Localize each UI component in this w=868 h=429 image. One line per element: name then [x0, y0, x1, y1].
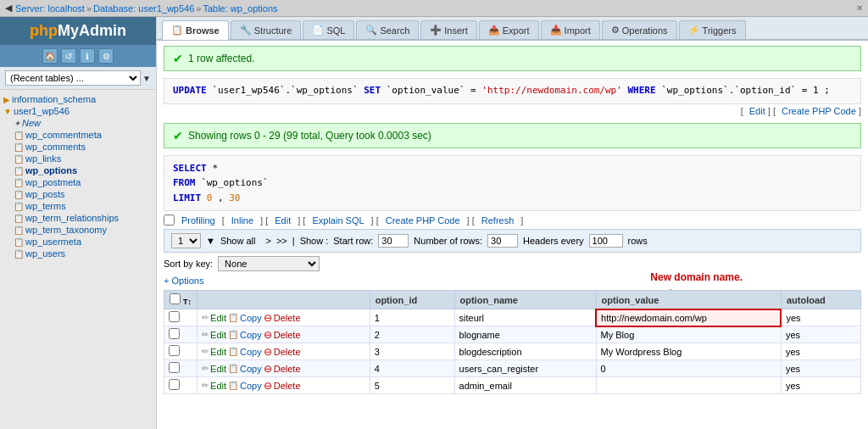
- wp-links-link[interactable]: wp_links: [25, 153, 61, 164]
- wp-usermeta-link[interactable]: wp_usermeta: [25, 237, 81, 247]
- data-table: T↕ option_id option_name op: [164, 290, 861, 394]
- tab-search[interactable]: 🔍 Search: [356, 20, 419, 39]
- wp-postmeta-link[interactable]: wp_postmeta: [25, 177, 81, 187]
- table-icon: 📋: [14, 178, 24, 187]
- sql-edit-link[interactable]: Edit: [749, 106, 765, 116]
- th-option-id[interactable]: option_id: [370, 291, 454, 309]
- row-checkbox[interactable]: [169, 328, 180, 339]
- show-all-link[interactable]: Show all: [220, 236, 256, 246]
- copy-link[interactable]: Copy: [240, 330, 262, 340]
- recent-tables-selector[interactable]: (Recent tables) ... ▼: [0, 67, 156, 90]
- wp-posts-link[interactable]: wp_posts: [25, 189, 64, 199]
- profiling-link[interactable]: Profiling: [181, 215, 215, 226]
- refresh-link[interactable]: Refresh: [481, 215, 515, 226]
- info-icon[interactable]: ℹ: [80, 48, 95, 64]
- sidebar-item-wp-links[interactable]: 📋 wp_links: [0, 153, 156, 164]
- edit-link[interactable]: Edit: [210, 330, 226, 340]
- sidebar-item-wp-users[interactable]: 📋 wp_users: [0, 248, 156, 259]
- tab-triggers[interactable]: ⚡ Triggers: [679, 20, 746, 39]
- delete-link[interactable]: Delete: [274, 364, 301, 374]
- option-name-sort-link[interactable]: option_name: [460, 295, 518, 305]
- sidebar-item-wp-commentmeta[interactable]: 📋 wp_commentmeta: [0, 129, 156, 141]
- sidebar-item-user1-wp546[interactable]: ▼ user1_wp546: [0, 105, 156, 117]
- recent-tables-dropdown[interactable]: (Recent tables) ...: [5, 70, 141, 86]
- database-link[interactable]: Database: user1_wp546: [93, 3, 194, 14]
- db-icon: ▶: [3, 95, 10, 104]
- options-link[interactable]: + Options: [164, 276, 203, 286]
- sidebar-item-wp-postmeta[interactable]: 📋 wp_postmeta: [0, 176, 156, 188]
- db-information-schema-link[interactable]: information_schema: [12, 94, 96, 104]
- table-link[interactable]: Table: wp_options: [203, 3, 277, 14]
- inline-link[interactable]: Inline: [231, 215, 253, 226]
- num-rows-input[interactable]: [487, 234, 518, 248]
- row-checkbox[interactable]: [169, 311, 180, 322]
- tab-import[interactable]: 📥 Import: [541, 20, 600, 39]
- home-icon[interactable]: 🏠: [42, 48, 58, 64]
- sidebar-item-wp-term-relationships[interactable]: 📋 wp_term_relationships: [0, 212, 156, 224]
- sidebar-item-wp-options[interactable]: 📋 wp_options: [0, 164, 156, 176]
- table-icon: 📋: [14, 249, 24, 259]
- sidebar-item-wp-terms[interactable]: 📋 wp_terms: [0, 200, 156, 212]
- select-all-checkbox[interactable]: [170, 293, 181, 304]
- wp-term-relationships-link[interactable]: wp_term_relationships: [25, 213, 119, 223]
- sql-create-php-link[interactable]: Create PHP Code: [782, 106, 856, 116]
- page-select[interactable]: 1: [171, 233, 201, 248]
- tab-insert[interactable]: ➕ Insert: [420, 20, 477, 39]
- refresh-icon[interactable]: ↺: [61, 48, 76, 64]
- start-row-input[interactable]: [378, 234, 409, 248]
- wp-options-link[interactable]: wp_options: [25, 165, 77, 176]
- back-button[interactable]: ◀: [5, 3, 12, 14]
- edit-link[interactable]: Edit: [210, 381, 226, 391]
- delete-link[interactable]: Delete: [274, 330, 301, 340]
- copy-link[interactable]: Copy: [240, 347, 262, 357]
- sidebar-item-wp-usermeta[interactable]: 📋 wp_usermeta: [0, 236, 156, 248]
- db-user1-wp546-link[interactable]: user1_wp546: [14, 106, 70, 116]
- tab-export[interactable]: 📤 Export: [479, 20, 539, 39]
- query-create-php-link[interactable]: Create PHP Code: [386, 215, 460, 226]
- query-edit-link[interactable]: Edit: [275, 215, 291, 226]
- wp-terms-link[interactable]: wp_terms: [25, 201, 66, 211]
- settings-icon[interactable]: ⚙: [98, 48, 114, 64]
- sidebar-item-new[interactable]: ✦ New: [0, 117, 156, 129]
- sidebar-item-information-schema[interactable]: ▶ information_schema: [0, 93, 156, 105]
- sidebar-icon-bar: 🏠 ↺ ℹ ⚙: [0, 45, 156, 67]
- new-table-link[interactable]: New: [22, 118, 41, 128]
- tab-browse[interactable]: 📋 Browse: [162, 20, 229, 40]
- row-checkbox[interactable]: [169, 362, 180, 373]
- row-checkbox[interactable]: [169, 379, 180, 390]
- headers-every-input[interactable]: [589, 234, 623, 248]
- edit-link[interactable]: Edit: [210, 347, 226, 357]
- option-value-sort-link[interactable]: option_value: [602, 295, 659, 305]
- th-option-value[interactable]: option_value: [596, 291, 781, 309]
- th-option-name[interactable]: option_name: [454, 291, 596, 309]
- sidebar-item-wp-comments[interactable]: 📋 wp_comments: [0, 141, 156, 153]
- edit-link[interactable]: Edit: [210, 313, 226, 323]
- wp-term-taxonomy-link[interactable]: wp_term_taxonomy: [25, 225, 107, 235]
- server-link[interactable]: Server: localhost: [15, 3, 85, 14]
- th-autoload[interactable]: autoload: [781, 291, 860, 309]
- delete-link[interactable]: Delete: [274, 347, 301, 357]
- sidebar-item-wp-posts[interactable]: 📋 wp_posts: [0, 188, 156, 200]
- edit-link[interactable]: Edit: [210, 364, 226, 374]
- tab-operations[interactable]: ⚙ Operations: [602, 20, 677, 39]
- sidebar-item-wp-term-taxonomy[interactable]: 📋 wp_term_taxonomy: [0, 224, 156, 236]
- wp-commentmeta-link[interactable]: wp_commentmeta: [25, 130, 102, 140]
- sort-select[interactable]: None: [218, 256, 320, 271]
- wp-users-link[interactable]: wp_users: [25, 248, 65, 259]
- copy-link[interactable]: Copy: [240, 381, 262, 391]
- wp-comments-link[interactable]: wp_comments: [25, 142, 86, 152]
- profiling-checkbox[interactable]: [164, 214, 175, 226]
- rows-message-text: Showing rows 0 - 29 (99 total, Query too…: [188, 130, 431, 142]
- last-page-link[interactable]: >>: [276, 236, 287, 246]
- delete-link[interactable]: Delete: [274, 313, 301, 323]
- row-checkbox[interactable]: [169, 345, 180, 356]
- delete-link[interactable]: Delete: [274, 381, 301, 391]
- explain-sql-link[interactable]: Explain SQL: [312, 215, 364, 226]
- tab-sql[interactable]: 📄 SQL: [303, 20, 354, 39]
- tab-structure[interactable]: 🔧 Structure: [231, 20, 302, 39]
- copy-link[interactable]: Copy: [240, 313, 262, 323]
- autoload-sort-link[interactable]: autoload: [787, 295, 826, 305]
- copy-link[interactable]: Copy: [240, 364, 262, 374]
- option-id-sort-link[interactable]: option_id: [376, 295, 418, 305]
- next-page-link[interactable]: >: [265, 236, 270, 246]
